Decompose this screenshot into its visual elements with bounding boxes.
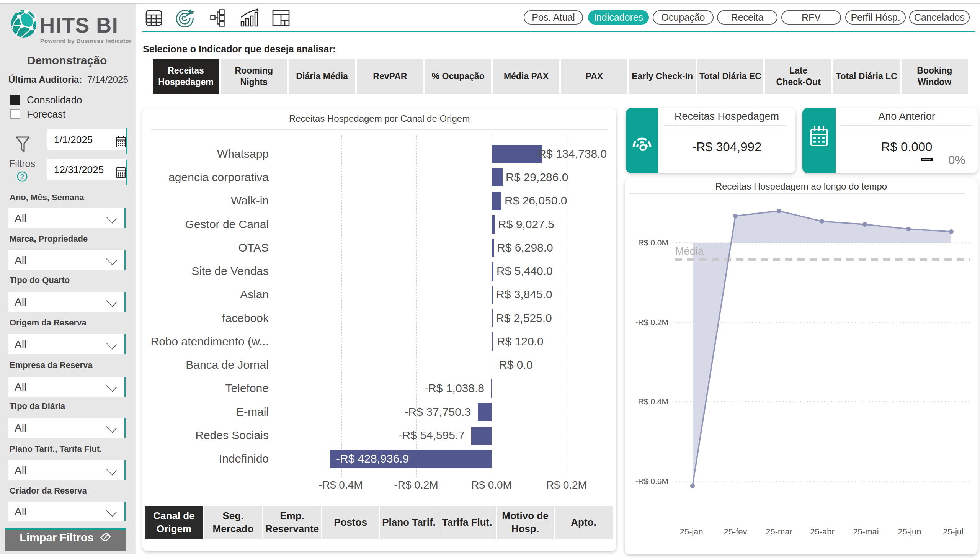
svg-text:?: ?	[20, 173, 24, 180]
